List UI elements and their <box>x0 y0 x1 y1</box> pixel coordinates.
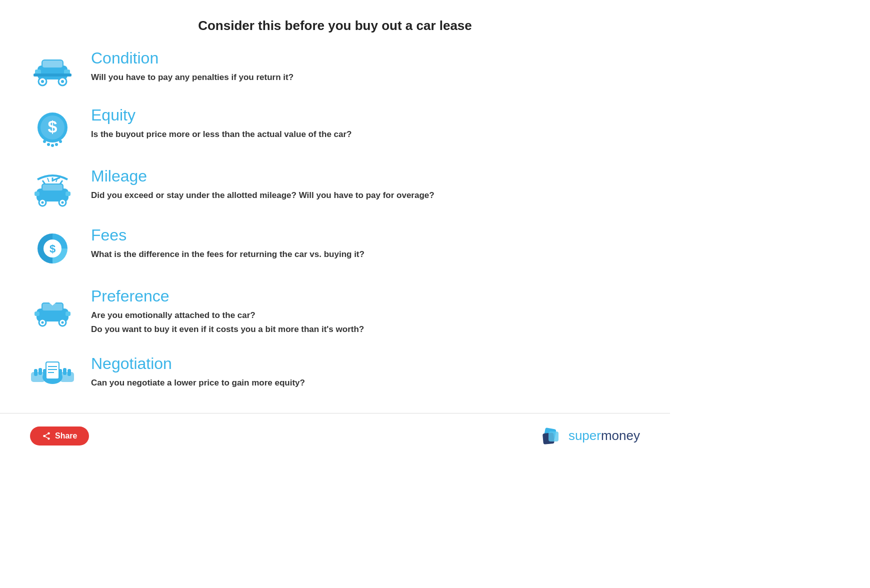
svg-rect-31 <box>34 192 40 196</box>
svg-point-4 <box>41 80 44 83</box>
list-item: Mileage Did you exceed or stay under the… <box>30 166 640 208</box>
svg-point-6 <box>61 80 64 83</box>
svg-text:$: $ <box>48 117 58 136</box>
share-label: Share <box>55 432 77 440</box>
svg-rect-42 <box>34 312 40 316</box>
logo-text: supermoney <box>568 428 640 444</box>
svg-rect-51 <box>63 368 66 375</box>
svg-point-30 <box>62 202 64 204</box>
svg-text:$: $ <box>50 242 56 255</box>
svg-rect-50 <box>68 369 71 376</box>
footer: Share supermoney <box>0 413 670 458</box>
negotiation-title: Negotiation <box>91 354 305 373</box>
list-item: Negotiation Can you negotiate a lower pr… <box>30 354 640 395</box>
fees-icon: $ <box>30 226 75 268</box>
preference-icon <box>30 286 75 328</box>
condition-content: Condition Will you have to pay any penal… <box>91 48 294 84</box>
svg-rect-59 <box>548 432 558 442</box>
preference-title: Preference <box>91 286 364 306</box>
mileage-icon <box>30 166 75 208</box>
preference-content: Preference Are you emotionally attached … <box>91 286 364 336</box>
svg-line-21 <box>48 178 49 182</box>
equity-content: Equity Is the buyout price more or less … <box>91 106 352 142</box>
mileage-title: Mileage <box>91 166 434 186</box>
equity-desc: Is the buyout price more or less than th… <box>91 128 352 141</box>
svg-rect-26 <box>42 184 62 190</box>
negotiation-desc: Can you negotiate a lower price to gain … <box>91 376 305 390</box>
svg-rect-43 <box>66 312 70 316</box>
mileage-desc: Did you exceed or stay under the allotte… <box>91 188 434 202</box>
list-item: $ Fees What is the difference in the fee… <box>30 226 640 268</box>
svg-point-39 <box>42 322 44 324</box>
svg-point-14 <box>47 143 50 146</box>
list-item: Condition Will you have to pay any penal… <box>30 48 640 88</box>
mileage-content: Mileage Did you exceed or stay under the… <box>91 166 434 202</box>
svg-point-15 <box>51 144 54 147</box>
condition-title: Condition <box>91 48 294 68</box>
svg-rect-53 <box>46 362 59 379</box>
preference-desc: Are you emotionally attached to the car?… <box>91 308 364 336</box>
condition-icon <box>30 48 75 88</box>
supermoney-logo: supermoney <box>538 424 640 448</box>
equity-title: Equity <box>91 106 352 124</box>
svg-rect-9 <box>34 74 72 76</box>
share-button[interactable]: Share <box>30 426 89 446</box>
svg-point-16 <box>55 143 58 146</box>
condition-desc: Will you have to pay any penalties if yo… <box>91 70 294 84</box>
list-item: $ Equity Is the buyout price more or les… <box>30 106 640 148</box>
items-container: Condition Will you have to pay any penal… <box>0 48 670 395</box>
svg-point-17 <box>59 140 62 143</box>
svg-rect-2 <box>42 60 62 68</box>
svg-point-28 <box>42 202 44 204</box>
negotiation-content: Negotiation Can you negotiate a lower pr… <box>91 354 305 390</box>
svg-rect-32 <box>66 192 70 196</box>
svg-rect-48 <box>38 368 42 375</box>
svg-point-41 <box>62 322 64 324</box>
svg-rect-47 <box>34 369 38 376</box>
page-title: Consider this before you buy out a car l… <box>0 0 670 48</box>
equity-icon: $ <box>30 106 75 148</box>
list-item: Preference Are you emotionally attached … <box>30 286 640 336</box>
fees-desc: What is the difference in the fees for r… <box>91 248 364 261</box>
svg-line-18 <box>42 180 45 184</box>
svg-point-13 <box>43 140 46 143</box>
fees-title: Fees <box>91 226 364 244</box>
negotiation-icon <box>30 354 75 395</box>
svg-line-20 <box>60 180 62 184</box>
fees-content: Fees What is the difference in the fees … <box>91 226 364 262</box>
